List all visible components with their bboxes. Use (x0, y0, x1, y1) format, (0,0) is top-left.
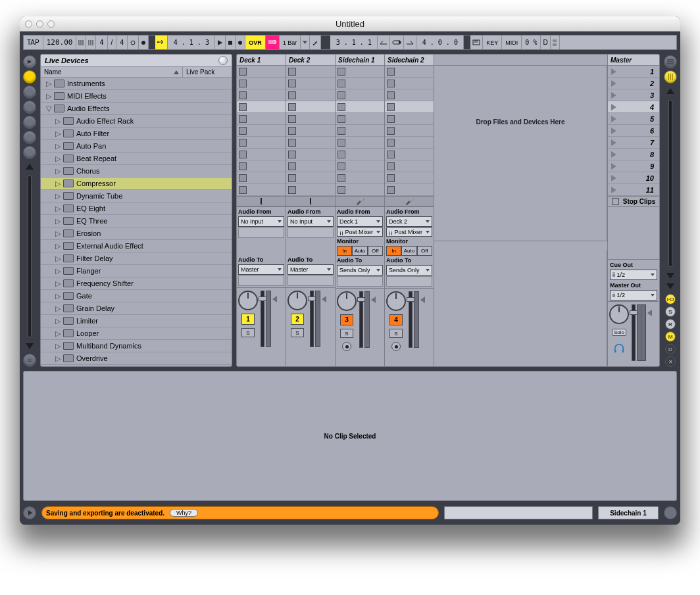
tree-item[interactable]: ▷Frequency Shifter (41, 277, 232, 290)
session-scrollbar[interactable] (668, 100, 672, 267)
tree-item[interactable]: ▷Beat Repeat (41, 153, 232, 165)
scene-play-icon[interactable] (611, 163, 616, 170)
tempo-nudge-down-button[interactable] (76, 36, 86, 49)
draw-mode-button[interactable] (310, 36, 321, 49)
clip-slot[interactable] (286, 66, 335, 78)
scene-play-icon[interactable] (611, 128, 616, 134)
clip-slot[interactable] (336, 160, 384, 172)
volume-slider[interactable] (409, 291, 413, 348)
session-view-button[interactable] (664, 70, 677, 83)
audio-to-select[interactable]: Master (288, 264, 334, 275)
solo-cue-button[interactable]: Solo (612, 329, 626, 336)
clip-stop-icon[interactable] (338, 115, 345, 123)
tree-item[interactable]: ▷EQ Eight (41, 202, 232, 215)
clip-slot[interactable] (286, 160, 335, 172)
key-map-button[interactable]: KEY (483, 36, 502, 49)
track-title[interactable]: Sidechain 1 (336, 55, 384, 66)
tap-tempo-button[interactable]: TAP (24, 36, 43, 49)
monitor-auto-button[interactable]: Auto (401, 246, 416, 256)
drop-zone[interactable]: Drop Files and Devices Here (434, 66, 607, 241)
col-pack[interactable]: Live Pack (183, 67, 232, 77)
scene-play-icon[interactable] (611, 80, 616, 87)
solo-button[interactable]: S (340, 329, 353, 338)
clip-slot[interactable] (385, 89, 434, 101)
monitor-in-button[interactable]: In (386, 246, 401, 256)
solo-button[interactable]: S (389, 329, 403, 338)
tree-item[interactable]: ▷Looper (41, 327, 232, 340)
volume-slider[interactable] (359, 291, 363, 348)
tree-item[interactable]: ▷Multiband Dynamics (41, 340, 232, 352)
arm-button[interactable] (391, 342, 401, 351)
monitor-off-button[interactable]: Off (368, 246, 383, 256)
track-activator[interactable]: 1 (241, 314, 255, 325)
follow-button[interactable] (155, 36, 168, 49)
plugins-tab[interactable] (23, 85, 36, 99)
io-arrow-icon[interactable] (666, 283, 674, 289)
returns-toggle[interactable]: R (665, 319, 676, 329)
clip-stop-icon[interactable] (288, 68, 296, 76)
clip-stop-icon[interactable] (387, 103, 395, 111)
clip-slot[interactable] (385, 113, 434, 125)
tree-item[interactable]: ▷MIDI Effects (41, 90, 232, 103)
clip-slot[interactable] (237, 137, 286, 149)
col-name[interactable]: Name (44, 68, 62, 76)
scene-play-icon[interactable] (611, 151, 616, 158)
clip-stop-icon[interactable] (239, 91, 247, 99)
track[interactable]: Deck 2Audio FromNo InputAudio ToMaster2S (286, 55, 336, 366)
clip-slot[interactable] (336, 184, 384, 196)
tree-item[interactable]: ▷Compressor (41, 178, 232, 190)
why-button[interactable]: Why? (170, 509, 198, 517)
chevron-right-icon[interactable]: ▷ (55, 167, 61, 176)
clip-stop-icon[interactable] (338, 139, 345, 147)
track-title[interactable]: Master (608, 55, 659, 66)
browser-scrollbar[interactable] (28, 176, 32, 337)
clip-slot[interactable] (336, 172, 384, 184)
clip-slot[interactable] (286, 113, 335, 125)
track-activator[interactable]: 2 (291, 314, 304, 325)
help-toggle-button[interactable] (664, 506, 677, 519)
chevron-right-icon[interactable]: ▷ (55, 192, 61, 201)
clip-stop-icon[interactable] (387, 151, 395, 158)
chevron-right-icon[interactable]: ▷ (55, 242, 61, 250)
track-activator[interactable]: 4 (389, 314, 403, 325)
clip-stop-icon[interactable] (288, 186, 296, 194)
timesig-numerator[interactable]: 4 (96, 36, 107, 49)
live-devices-tab[interactable] (23, 70, 36, 83)
record-button[interactable] (236, 36, 245, 49)
loop-length[interactable]: 4 . 0 . 0 (416, 36, 464, 49)
solo-button[interactable]: S (241, 328, 255, 337)
clip-stop-icon[interactable] (239, 68, 247, 76)
chevron-right-icon[interactable]: ▷ (55, 130, 61, 138)
stop-all-clips[interactable]: Stop Clips (608, 196, 659, 207)
scene-launch[interactable]: 5 (608, 113, 659, 125)
monitor-off-button[interactable]: Off (417, 246, 432, 256)
clip-slot[interactable] (237, 172, 286, 184)
volume-slider[interactable] (261, 291, 264, 347)
chevron-right-icon[interactable]: ▷ (55, 267, 61, 275)
chevron-right-icon[interactable]: ▷ (55, 279, 61, 288)
chevron-right-icon[interactable]: ▷ (55, 179, 61, 188)
tree-item[interactable]: ▷EQ Three (41, 215, 232, 227)
clip-stop-icon[interactable] (387, 127, 395, 135)
crossfade-toggle[interactable]: ✕ (665, 356, 676, 367)
clip-slot[interactable] (237, 78, 286, 89)
clip-slot[interactable] (237, 149, 286, 160)
scene-play-icon[interactable] (611, 116, 616, 122)
hot-swap-button[interactable] (218, 56, 228, 65)
track[interactable]: Sidechain 2🎤Audio FromDeck 2¡¡ Post Mixe… (385, 55, 434, 366)
clip-stop-icon[interactable] (387, 115, 395, 123)
master-volume-slider[interactable] (632, 304, 636, 361)
clip-slot[interactable] (237, 66, 286, 78)
pan-knob[interactable] (288, 291, 307, 310)
track-title[interactable]: Sidechain 2 (385, 55, 434, 66)
chevron-right-icon[interactable]: ▷ (55, 155, 61, 163)
clip-slot[interactable] (385, 137, 434, 149)
tab-5[interactable] (23, 131, 36, 144)
clip-stop-icon[interactable] (239, 80, 247, 87)
clip-slot[interactable] (286, 125, 335, 137)
drop-zone-lower[interactable] (434, 250, 607, 366)
audio-from-select[interactable]: No Input (288, 216, 334, 227)
clip-slot[interactable] (385, 125, 434, 137)
chevron-right-icon[interactable]: ▷ (46, 92, 51, 101)
scene-launch[interactable]: 9 (608, 160, 659, 172)
